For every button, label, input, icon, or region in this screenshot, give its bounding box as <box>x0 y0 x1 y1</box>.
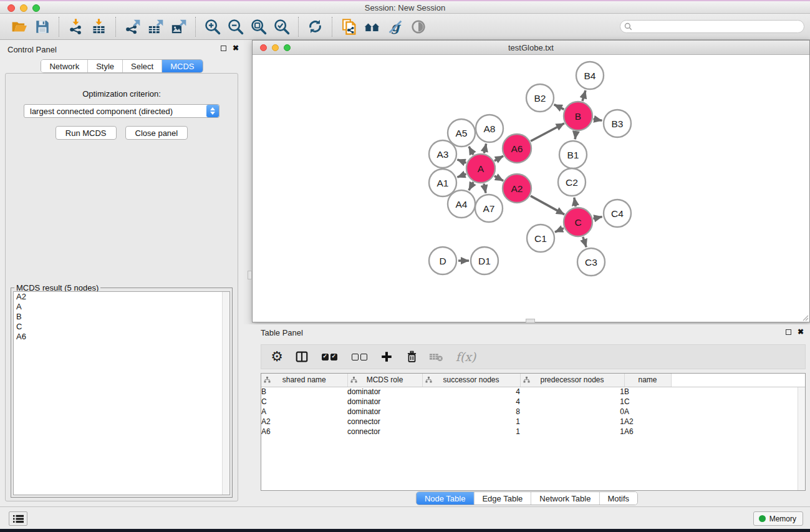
result-list-scrollbar[interactable] <box>222 292 229 495</box>
zoom-in-button[interactable] <box>201 16 224 37</box>
col-successor-nodes[interactable]: successor nodes <box>422 374 520 387</box>
tab-edge-table[interactable]: Edge Table <box>474 492 531 505</box>
edge-C-C1[interactable] <box>555 228 564 232</box>
import-table-button[interactable] <box>87 16 110 37</box>
zoom-out-button[interactable] <box>224 16 247 37</box>
edge-A-A8[interactable] <box>484 143 486 153</box>
result-item[interactable]: A <box>14 302 229 312</box>
table-settings-button[interactable]: ⚙ <box>269 348 285 365</box>
table-cell[interactable]: connector <box>347 427 422 437</box>
export-network-button[interactable] <box>121 16 144 37</box>
edge-A-A1[interactable] <box>457 174 466 177</box>
vertical-splitter-handle[interactable] <box>248 271 252 279</box>
table-cell[interactable]: 1 <box>422 417 520 427</box>
table-cell[interactable]: A2 <box>624 417 671 427</box>
edge-A-A6[interactable] <box>494 156 503 161</box>
network-canvas[interactable]: AA1A2A3A4A5A6A7A8BB1B2B3B4CC1C2C3C4DD1 <box>253 56 809 322</box>
table-row[interactable]: Bdominator41B <box>261 387 805 397</box>
table-cell[interactable]: 4 <box>422 397 520 407</box>
edge-C-C4[interactable] <box>593 216 602 218</box>
float-panel-icon[interactable] <box>221 46 226 51</box>
table-cell[interactable]: C <box>624 397 671 407</box>
deselect-all-button[interactable] <box>349 348 370 365</box>
edge-A-A2[interactable] <box>494 176 503 181</box>
table-cell[interactable]: 1 <box>520 417 624 427</box>
home-button[interactable] <box>360 16 383 37</box>
table-scrollbar[interactable] <box>798 387 805 490</box>
zoom-selected-button[interactable] <box>270 16 293 37</box>
tab-style[interactable]: Style <box>88 60 123 72</box>
show-column-button[interactable] <box>294 348 310 365</box>
export-image-button[interactable] <box>167 16 190 37</box>
gene-query-button[interactable]: g <box>383 16 407 37</box>
horizontal-splitter-handle[interactable] <box>526 319 535 323</box>
search-input[interactable] <box>620 20 804 33</box>
edge-A-A3[interactable] <box>457 160 466 163</box>
close-table-panel-icon[interactable]: ✖ <box>798 329 804 335</box>
table-cell[interactable]: 8 <box>422 407 520 417</box>
table-cell[interactable]: A6 <box>624 427 671 437</box>
tab-mcds[interactable]: MCDS <box>162 60 202 72</box>
table-cell[interactable]: A <box>624 407 671 417</box>
resize-grip-icon[interactable] <box>801 314 809 321</box>
optimization-criterion-select[interactable]: largest connected component (directed) <box>24 104 219 118</box>
col-predecessor-nodes[interactable]: predecessor nodes <box>520 374 624 387</box>
table-cell[interactable]: 4 <box>422 387 520 397</box>
delete-table-button[interactable] <box>428 348 445 365</box>
network-window-titlebar[interactable]: testGlobe.txt <box>253 41 809 55</box>
col-shared-name[interactable]: shared name <box>261 374 347 387</box>
edge-B-B3[interactable] <box>594 119 602 121</box>
table-cell[interactable]: dominator <box>347 387 422 397</box>
save-session-button[interactable] <box>31 16 54 37</box>
select-all-button[interactable] <box>319 348 340 365</box>
refresh-button[interactable] <box>304 16 327 37</box>
zoom-fit-button[interactable] <box>247 16 270 37</box>
table-cell[interactable]: dominator <box>347 397 422 407</box>
table-cell[interactable]: 0 <box>520 407 624 417</box>
table-row[interactable]: Cdominator41C <box>261 397 805 407</box>
export-table-button[interactable] <box>144 16 167 37</box>
table-cell[interactable]: 1 <box>520 397 624 407</box>
edge-B-B1[interactable] <box>575 132 576 139</box>
table-cell[interactable]: A <box>261 407 347 417</box>
tab-motifs[interactable]: Motifs <box>599 492 637 505</box>
table-row[interactable]: A2connector11A2 <box>261 417 805 427</box>
table-cell[interactable]: connector <box>347 417 422 427</box>
table-cell[interactable]: C <box>261 397 347 407</box>
edge-B-B4[interactable] <box>582 90 586 101</box>
edge-C-C2[interactable] <box>574 198 576 207</box>
table-row[interactable]: Adominator80A <box>261 407 805 417</box>
run-mcds-button[interactable]: Run MCDS <box>55 126 117 140</box>
edge-A-A4[interactable] <box>469 182 473 190</box>
table-cell[interactable]: A6 <box>261 427 347 437</box>
table-cell[interactable]: dominator <box>347 407 422 417</box>
memory-button[interactable]: Memory <box>753 511 803 526</box>
table-cell[interactable]: A2 <box>261 417 347 427</box>
clone-network-button[interactable] <box>337 16 360 37</box>
edge-A6-B[interactable] <box>531 123 564 142</box>
result-item[interactable]: A6 <box>14 332 229 342</box>
mcds-result-list[interactable]: A2ABCA6 <box>13 291 230 495</box>
result-item[interactable]: B <box>14 312 229 322</box>
col-mcds-role[interactable]: MCDS role <box>347 374 422 387</box>
edge-A-A7[interactable] <box>484 183 486 193</box>
function-builder-button[interactable]: f(x) <box>453 348 478 365</box>
tab-select[interactable]: Select <box>123 60 162 72</box>
table-cell[interactable]: B <box>261 387 347 397</box>
tab-network-table[interactable]: Network Table <box>531 492 599 505</box>
table-cell[interactable]: 1 <box>422 427 520 437</box>
result-item[interactable]: C <box>14 322 229 332</box>
edge-C-C3[interactable] <box>583 237 586 247</box>
float-table-panel-icon[interactable] <box>786 329 791 335</box>
close-panel-button[interactable]: Close panel <box>125 126 188 140</box>
close-panel-icon[interactable]: ✖ <box>233 45 239 51</box>
col-name[interactable]: name <box>624 374 671 387</box>
table-row[interactable]: A6connector11A6 <box>261 427 805 437</box>
edge-A-A5[interactable] <box>469 147 473 155</box>
show-hide-button[interactable] <box>407 16 430 37</box>
table-cell[interactable]: 1 <box>520 387 624 397</box>
tab-node-table[interactable]: Node Table <box>417 492 475 505</box>
result-item[interactable]: A2 <box>14 292 229 302</box>
table-cell[interactable]: B <box>624 387 671 397</box>
tab-network[interactable]: Network <box>41 60 88 72</box>
